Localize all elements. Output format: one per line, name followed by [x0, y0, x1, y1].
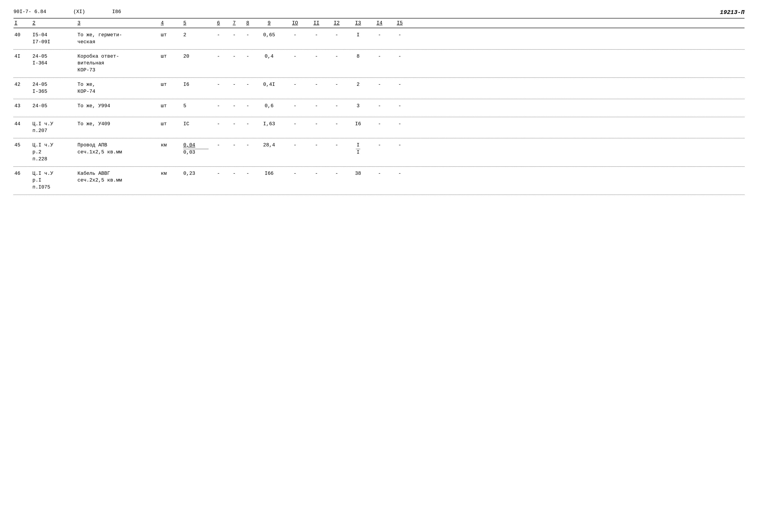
- table-cell: Провод АПВсеч.1х2,5 кв.мм: [77, 142, 160, 156]
- table-cell: км: [160, 142, 183, 149]
- table-cell: -: [369, 32, 390, 39]
- table-cell: -: [209, 81, 227, 88]
- table-row: 40I5-04I7-09IТо же, гермети-ческаяшт2---…: [14, 28, 744, 50]
- table-row: 44Ц.I ч.Уп.207То же, У409штIC---I,63---I…: [14, 117, 744, 138]
- table-cell: -: [369, 142, 390, 149]
- header-left: 90I-7- 6.84 (XI) I86: [14, 9, 121, 15]
- table-cell: -: [227, 53, 241, 60]
- table-cell: -: [306, 103, 327, 110]
- col-header-2: 2: [31, 20, 77, 26]
- table-cell: -: [241, 81, 255, 88]
- table-cell: -: [284, 142, 306, 149]
- table-cell: То же, гермети-ческая: [77, 32, 160, 46]
- table-cell: -: [306, 121, 327, 128]
- table-cell: Кабель АВВГсеч.2х2,5 кв.мм: [77, 170, 160, 184]
- table-cell: -: [327, 170, 347, 177]
- table-cell: -: [241, 142, 255, 149]
- table-cell: Ц.I ч.Ур.2п.228: [31, 142, 77, 162]
- table-cell: -: [284, 32, 306, 39]
- table-cell: II: [347, 142, 369, 156]
- table-header: I 2 3 4 5 6 7 8 9 IO II I2 I3 I4 I5: [14, 18, 744, 28]
- table-cell: -: [327, 103, 347, 110]
- col-header-1: I: [14, 20, 31, 26]
- table-cell: -: [390, 32, 410, 39]
- table-row: 4I24-05I-364Коробка ответ-вительнаяКОР-7…: [14, 50, 744, 78]
- table-cell: шт: [160, 121, 183, 128]
- table-cell: 24-05: [31, 103, 77, 110]
- table-row: 45Ц.I ч.Ур.2п.228Провод АПВсеч.1х2,5 кв.…: [14, 138, 744, 166]
- col-header-15: I5: [390, 20, 410, 26]
- col-header-8: 8: [241, 20, 255, 26]
- table-row: 4324-05То же, У994шт5---0,6---3--: [14, 99, 744, 117]
- table-cell: 24-05I-364: [31, 53, 77, 67]
- table-cell: То же, У409: [77, 121, 160, 128]
- table-cell: 0,4: [255, 53, 284, 60]
- table-cell: 0,65: [255, 32, 284, 39]
- table-cell: 38: [347, 170, 369, 177]
- table-cell: -: [209, 103, 227, 110]
- table-cell: 2: [347, 81, 369, 88]
- page-ref: I86: [112, 9, 121, 15]
- table-cell: То же, У994: [77, 103, 160, 110]
- table-cell: -: [306, 53, 327, 60]
- table-cell: -: [209, 170, 227, 177]
- table-cell: I5-04I7-09I: [31, 32, 77, 46]
- table-cell: -: [390, 103, 410, 110]
- table-cell: -: [284, 53, 306, 60]
- col-header-7: 7: [227, 20, 241, 26]
- table-cell: -: [209, 53, 227, 60]
- col-header-4: 4: [160, 20, 183, 26]
- table-cell: -: [284, 103, 306, 110]
- table-cell: -: [241, 170, 255, 177]
- table-cell: Коробка ответ-вительнаяКОР-73: [77, 53, 160, 74]
- col-header-11: II: [306, 20, 327, 26]
- table-cell: -: [369, 53, 390, 60]
- table-cell: -: [390, 142, 410, 149]
- table-cell: -: [284, 170, 306, 177]
- col-header-6: 6: [209, 20, 227, 26]
- table-cell: -: [209, 32, 227, 39]
- table-cell: -: [369, 121, 390, 128]
- table-cell: 0,6: [255, 103, 284, 110]
- table-cell: -: [327, 32, 347, 39]
- doc-ref: 90I-7- 6.84: [14, 9, 46, 15]
- table-cell: -: [227, 121, 241, 128]
- col-header-10: IO: [284, 20, 306, 26]
- table-cell: -: [306, 170, 327, 177]
- table-cell: -: [369, 170, 390, 177]
- col-header-13: I3: [347, 20, 369, 26]
- table-cell: -: [209, 142, 227, 149]
- page-header: 90I-7- 6.84 (XI) I86 19213-П: [14, 9, 744, 16]
- table-cell: -: [227, 32, 241, 39]
- table-cell: 5: [183, 103, 209, 110]
- table-cell: То же,КОР-74: [77, 81, 160, 95]
- table-cell: 0,040,03: [183, 142, 209, 156]
- table-cell: 0,23: [183, 170, 209, 177]
- table-cell: 45: [14, 142, 31, 149]
- table-cell: -: [390, 81, 410, 88]
- table-cell: -: [390, 53, 410, 60]
- table-cell: 20: [183, 53, 209, 60]
- table-cell: 0,4I: [255, 81, 284, 88]
- table-cell: I66: [255, 170, 284, 177]
- table-row: 4224-05I-365То же,КОР-74штI6---0,4I---2-…: [14, 78, 744, 99]
- table-cell: -: [284, 121, 306, 128]
- col-header-9: 9: [255, 20, 284, 26]
- table-cell: I,63: [255, 121, 284, 128]
- table-cell: 42: [14, 81, 31, 88]
- table-cell: 2: [183, 32, 209, 39]
- table-row: 46Ц.I ч.Ур.Iп.I075Кабель АВВГсеч.2х2,5 к…: [14, 167, 744, 195]
- table-cell: 43: [14, 103, 31, 110]
- table-cell: 24-05I-365: [31, 81, 77, 95]
- table-cell: I6: [347, 121, 369, 128]
- table-cell: 8: [347, 53, 369, 60]
- main-table: I 2 3 4 5 6 7 8 9 IO II I2 I3 I4 I5 40I5…: [14, 18, 744, 195]
- table-cell: -: [227, 103, 241, 110]
- col-header-14: I4: [369, 20, 390, 26]
- table-cell: -: [327, 81, 347, 88]
- table-cell: 4I: [14, 53, 31, 60]
- table-cell: -: [241, 103, 255, 110]
- section-ref: (XI): [73, 9, 85, 15]
- table-cell: 44: [14, 121, 31, 128]
- table-cell: -: [369, 81, 390, 88]
